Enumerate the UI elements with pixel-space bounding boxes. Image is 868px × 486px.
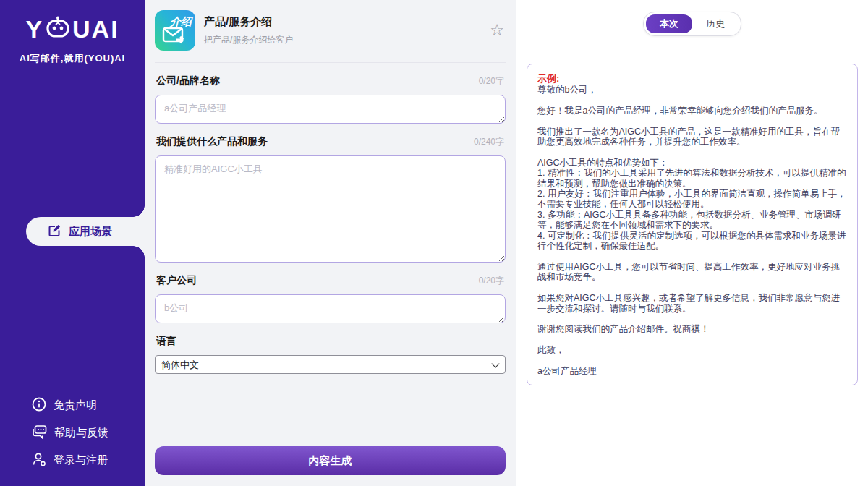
page-subtitle: 把产品/服务介绍给客户 xyxy=(204,34,293,46)
sidebar-item-login[interactable]: 登录与注册 xyxy=(32,452,145,469)
field-label-row: 我们提供什么产品和服务 0/240字 xyxy=(156,135,504,148)
app-logo: Y UAI xyxy=(0,14,145,43)
curve-decoration-bottom xyxy=(133,246,145,257)
badge-label: 介绍 xyxy=(170,16,192,27)
result-example-box: 示例: 尊敬的b公司， 您好！我是a公司的产品经理，非常荣幸能够向您介绍我们的产… xyxy=(527,64,858,385)
page-title: 产品/服务介绍 xyxy=(204,15,293,29)
form-panel: 介绍 产品/服务介绍 把产品/服务介绍给客户 ☆ 公司/品牌名称 0/20字 我… xyxy=(145,0,516,486)
example-label: 示例: xyxy=(537,73,847,84)
sidebar-item-label: 登录与注册 xyxy=(54,453,108,467)
sidebar-item-label: 免责声明 xyxy=(54,398,97,412)
example-email-content: 尊敬的b公司， 您好！我是a公司的产品经理，非常荣幸能够向您介绍我们的产品服务。… xyxy=(537,85,847,376)
spacer xyxy=(155,377,506,446)
form-header-text: 产品/服务介绍 把产品/服务介绍给客户 xyxy=(204,15,293,46)
result-panel: 本次 历史 示例: 尊敬的b公司， 您好！我是a公司的产品经理，非常荣幸能够向您… xyxy=(516,0,868,486)
language-select[interactable]: 简体中文 xyxy=(155,355,506,374)
envelope-arrow-icon xyxy=(162,27,188,48)
field-label-client: 客户公司 xyxy=(156,274,197,287)
field-label-row: 客户公司 0/20字 xyxy=(156,274,504,287)
sidebar-item-label: 应用场景 xyxy=(69,225,112,239)
field-label-row: 语言 xyxy=(156,335,504,348)
info-icon xyxy=(32,397,46,414)
char-counter: 0/20字 xyxy=(479,275,504,287)
field-label-language: 语言 xyxy=(156,335,176,348)
company-name-input[interactable] xyxy=(155,95,506,124)
favorite-star-icon[interactable]: ☆ xyxy=(490,22,504,38)
sidebar-footer: 免责声明 帮助与反馈 登录与注册 xyxy=(0,397,145,469)
generate-content-button[interactable]: 内容生成 xyxy=(155,446,506,475)
intro-app-badge-icon: 介绍 xyxy=(155,10,195,51)
language-select-wrap: 简体中文 xyxy=(155,355,506,374)
logo-text-right: UAI xyxy=(72,15,119,43)
curve-decoration-top xyxy=(133,205,145,217)
tab-history[interactable]: 历史 xyxy=(692,14,739,33)
edit-square-icon xyxy=(48,223,61,239)
feedback-chat-icon xyxy=(32,425,47,441)
sidebar-item-disclaimer[interactable]: 免责声明 xyxy=(32,397,145,414)
sidebar-item-feedback[interactable]: 帮助与反馈 xyxy=(32,425,145,441)
tab-current[interactable]: 本次 xyxy=(646,14,692,33)
field-label-company: 公司/品牌名称 xyxy=(156,74,220,88)
field-label-row: 公司/品牌名称 0/20字 xyxy=(156,74,504,88)
logo-text-left: Y xyxy=(25,15,43,43)
sidebar-item-label: 帮助与反馈 xyxy=(54,426,109,440)
client-company-input[interactable] xyxy=(155,294,506,323)
char-counter: 0/240字 xyxy=(474,136,504,148)
result-tabs: 本次 历史 xyxy=(643,12,741,36)
form-header: 介绍 产品/服务介绍 把产品/服务介绍给客户 ☆ xyxy=(155,0,506,63)
field-label-products: 我们提供什么产品和服务 xyxy=(156,135,268,148)
user-icon xyxy=(32,452,46,469)
sidebar: Y UAI AI写邮件,就用(YOU)AI 应用场景 xyxy=(0,0,145,486)
char-counter: 0/20字 xyxy=(479,75,504,88)
sidebar-item-scenarios[interactable]: 应用场景 xyxy=(26,217,145,246)
products-services-input[interactable] xyxy=(155,155,506,263)
robot-logo-icon xyxy=(46,14,70,43)
app-tagline: AI写邮件,就用(YOU)AI xyxy=(0,52,145,65)
